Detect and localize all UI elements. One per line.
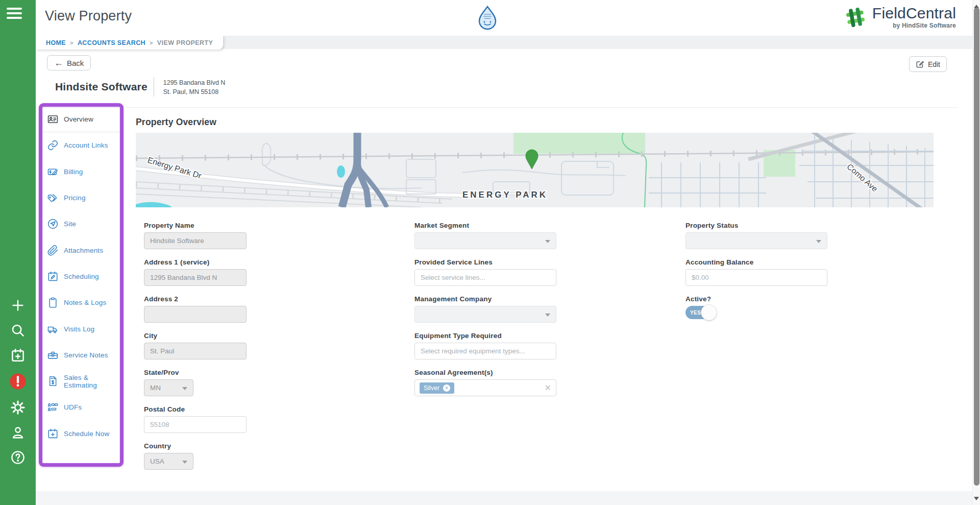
- nav-item-scheduling[interactable]: Scheduling: [42, 263, 120, 290]
- seasonal-agreement-tag[interactable]: Silver ✕: [420, 382, 454, 394]
- calendar-pencil-icon: [47, 271, 59, 282]
- nav-label: Attachments: [64, 247, 103, 254]
- tag-remove-icon[interactable]: ✕: [443, 384, 450, 392]
- map-canvas: Energy Park Dr ENERGY PARK Como Ave: [136, 133, 934, 207]
- field-label: Postal Code: [144, 405, 247, 413]
- nav-label: UDFs: [64, 403, 82, 411]
- breadcrumb-separator: >: [70, 40, 74, 46]
- property-name-title: Hindsite Software: [55, 77, 148, 93]
- address-line-2: St. Paul, MN 55108: [163, 88, 226, 97]
- property-header: Hindsite Software 1295 Bandana Blvd N St…: [55, 77, 225, 97]
- back-button-label: Back: [67, 59, 84, 67]
- nav-label: Billing: [64, 168, 83, 176]
- field-label: State/Prov: [144, 369, 247, 376]
- invoice-pencil-icon: [47, 166, 59, 178]
- address2-input[interactable]: [144, 306, 247, 323]
- vertical-divider: [154, 77, 154, 97]
- field-label: Country: [144, 442, 247, 450]
- field-label: Market Segment: [414, 222, 556, 229]
- city-input[interactable]: [144, 343, 247, 359]
- nav-item-account-links[interactable]: Account Links: [42, 132, 120, 158]
- breadcrumb-home[interactable]: HOME: [46, 39, 66, 46]
- clear-field-icon[interactable]: ✕: [545, 384, 551, 392]
- field-property-name: Property Name: [144, 222, 247, 249]
- form-column-left: Property Name Address 1 (service) Addres…: [144, 222, 247, 479]
- field-accounting-balance: Accounting Balance: [685, 258, 827, 286]
- management-company-select[interactable]: [414, 306, 556, 323]
- navigation-icon: [47, 218, 59, 230]
- calendar-add-icon[interactable]: [10, 348, 26, 363]
- scroll-down-arrow-icon[interactable]: [974, 497, 979, 503]
- field-label: Address 2: [144, 295, 247, 303]
- field-label: Active?: [685, 295, 827, 303]
- truck-icon: [47, 323, 59, 335]
- seasonal-agreements-input[interactable]: Silver ✕ ✕: [414, 379, 556, 396]
- property-address: 1295 Bandana Blvd N St. Paul, MN 55108: [163, 77, 226, 97]
- top-header: View Property FieldCentral by HindSite S…: [36, 0, 972, 36]
- provided-service-lines-input[interactable]: [414, 269, 556, 286]
- field-label: Address 1 (service): [144, 258, 247, 266]
- edit-button[interactable]: Edit: [909, 56, 947, 72]
- property-map[interactable]: Energy Park Dr ENERGY PARK Como Ave: [136, 133, 934, 207]
- field-label: Provided Service Lines: [414, 258, 556, 266]
- nav-item-udfs[interactable]: UDFs: [42, 394, 120, 420]
- country-select-value: USA: [150, 458, 164, 465]
- fieldcentral-logo[interactable]: FieldCentral by HindSite Software: [843, 5, 956, 30]
- nav-item-schedule-now[interactable]: Schedule Now: [42, 421, 120, 447]
- alert-icon[interactable]: [9, 373, 27, 390]
- accounting-balance-input[interactable]: [685, 269, 827, 286]
- form-column-right: Property Status Accounting Balance Activ…: [685, 222, 827, 328]
- state-select[interactable]: MN: [144, 379, 193, 396]
- back-arrow-icon: ←: [54, 58, 63, 67]
- field-address2: Address 2: [144, 295, 247, 323]
- toggle-knob[interactable]: [701, 304, 717, 321]
- field-label: Equipment Type Required: [414, 332, 556, 340]
- active-toggle[interactable]: YES: [685, 306, 716, 319]
- nav-label: Service Notes: [64, 351, 108, 359]
- property-status-select[interactable]: [685, 232, 827, 249]
- edit-pencil-icon: [916, 60, 924, 68]
- market-segment-select[interactable]: [414, 232, 556, 249]
- breadcrumb-accounts-search[interactable]: ACCOUNTS SEARCH: [78, 39, 145, 46]
- breadcrumb: HOME > ACCOUNTS SEARCH > VIEW PROPERTY: [36, 36, 223, 50]
- nav-item-notes-logs[interactable]: Notes & Logs: [42, 290, 120, 316]
- water-drop-logo-icon[interactable]: [478, 6, 497, 30]
- menu-icon[interactable]: [7, 8, 22, 21]
- back-button[interactable]: ← Back: [47, 55, 91, 70]
- nav-item-service-notes[interactable]: Service Notes: [42, 342, 120, 368]
- nav-item-site[interactable]: Site: [42, 211, 120, 237]
- gear-icon[interactable]: [10, 400, 26, 415]
- nav-item-pricing[interactable]: Pricing: [42, 185, 120, 211]
- nav-item-visits-log[interactable]: Visits Log: [42, 316, 120, 342]
- field-postal-code: Postal Code: [144, 405, 247, 433]
- nav-label: Scheduling: [64, 273, 99, 280]
- field-market-segment: Market Segment: [414, 222, 556, 249]
- equipment-type-input[interactable]: [414, 343, 556, 359]
- user-fields-icon: [47, 401, 59, 413]
- address1-input[interactable]: [144, 269, 247, 286]
- link-icon: [47, 139, 59, 151]
- page-title: View Property: [45, 8, 132, 24]
- nav-item-overview[interactable]: Overview: [42, 106, 120, 132]
- vertical-scrollbar[interactable]: [972, 0, 980, 505]
- property-name-input[interactable]: [144, 232, 247, 249]
- property-nav-menu: Overview Account Links Billing: [42, 106, 120, 464]
- nav-label: Notes & Logs: [64, 299, 106, 306]
- nav-label: Site: [64, 220, 76, 228]
- search-icon[interactable]: [10, 323, 26, 338]
- edit-button-label: Edit: [928, 60, 940, 68]
- property-overview-panel: Property Overview: [127, 107, 959, 491]
- nav-item-attachments[interactable]: Attachments: [42, 237, 120, 263]
- nav-label: Pricing: [64, 194, 86, 202]
- help-icon[interactable]: [10, 450, 26, 465]
- field-country: Country USA: [144, 442, 247, 470]
- nav-item-billing[interactable]: Billing: [42, 159, 120, 185]
- fieldcentral-hash-icon: [843, 5, 868, 30]
- country-select[interactable]: USA: [144, 453, 193, 470]
- nav-item-sales-estimating[interactable]: Sales & Estimating: [42, 368, 120, 394]
- postal-code-input[interactable]: [144, 416, 247, 433]
- user-icon[interactable]: [10, 425, 26, 440]
- plus-icon[interactable]: [10, 298, 26, 313]
- field-state: State/Prov MN: [144, 369, 247, 396]
- scrollbar-thumb[interactable]: [974, 8, 979, 486]
